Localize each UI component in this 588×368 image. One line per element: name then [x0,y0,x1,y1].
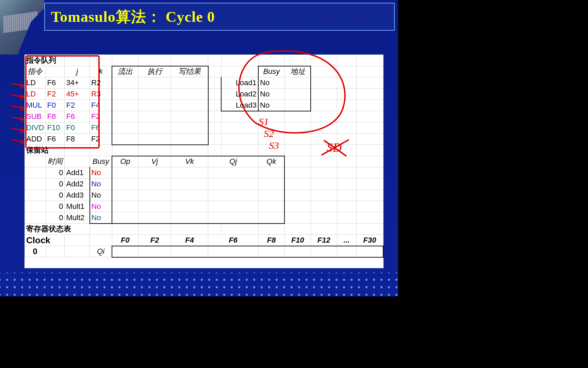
clock-label: Clock [25,235,65,246]
table-row: 0 Add2 No [25,179,383,190]
reg-f12: F12 [311,235,337,246]
reg-f2: F2 [138,235,171,246]
table-row: SUB F8 F6 F2 [25,111,383,122]
spreadsheet-area: 指令队列 指令 j k 流出 执行 写结果 Busy 地址 LD F6 [24,55,383,268]
rs-busy-header: Busy [90,156,112,167]
reg-f0: F0 [112,235,138,246]
reservation-station-heading: 保留站 [25,145,65,156]
instruction-queue-heading: 指令队列 [25,55,65,66]
qk-header: Qk [258,156,284,167]
addr-header: 地址 [284,66,311,77]
issue-header: 流出 [112,66,138,77]
title-bar: Tomasulo算法： Cycle 0 [44,3,395,31]
busy-header: Busy [258,66,284,77]
k-header: k [90,66,112,77]
table-row: 0 Mult1 No [25,201,383,212]
j-header: j [65,66,90,77]
reg-f30: F30 [356,235,383,246]
slide-title: Tomasulo算法： Cycle 0 [51,7,215,27]
reg-f8: F8 [258,235,284,246]
keyboard-graphic [3,11,37,33]
qj-header: Qj [208,156,259,167]
table-row: 0 Add3 No [25,190,383,201]
reg-f4: F4 [171,235,208,246]
clock-value: 0 [25,246,46,257]
table-row: LD F2 45+ R3 Load2 No [25,89,383,100]
op-header: Op [112,156,138,167]
vj-header: Vj [138,156,171,167]
exec-header: 执行 [138,66,171,77]
table-row: 0 Add1 No [25,167,383,179]
register-status-heading: 寄存器状态表 [25,224,90,235]
table-row: ADD F6 F8 F2 [25,134,383,145]
decorative-dots [0,273,398,296]
table-row: MUL F0 F2 F4 Load3 No [25,100,383,111]
table-row: 0 Mult2 No [25,212,383,224]
decorative-computer-image [0,0,44,55]
reg-f6: F6 [208,235,259,246]
vk-header: Vk [171,156,208,167]
reg-f10: F10 [284,235,311,246]
write-header: 写结果 [171,66,208,77]
table-row: DIVD F10 F0 F6 [25,122,383,134]
slide: Tomasulo算法： Cycle 0 指令队列 指令 j k 流出 执行 [0,0,398,296]
time-header: 时间 [46,156,65,167]
main-table: 指令队列 指令 j k 流出 执行 写结果 Busy 地址 LD F6 [24,55,383,258]
qi-label: Qi [90,246,112,257]
instr-header: 指令 [25,66,46,77]
reg-ellipsis: ... [337,235,356,246]
table-row: LD F6 34+ R2 Load1 No [25,77,383,89]
